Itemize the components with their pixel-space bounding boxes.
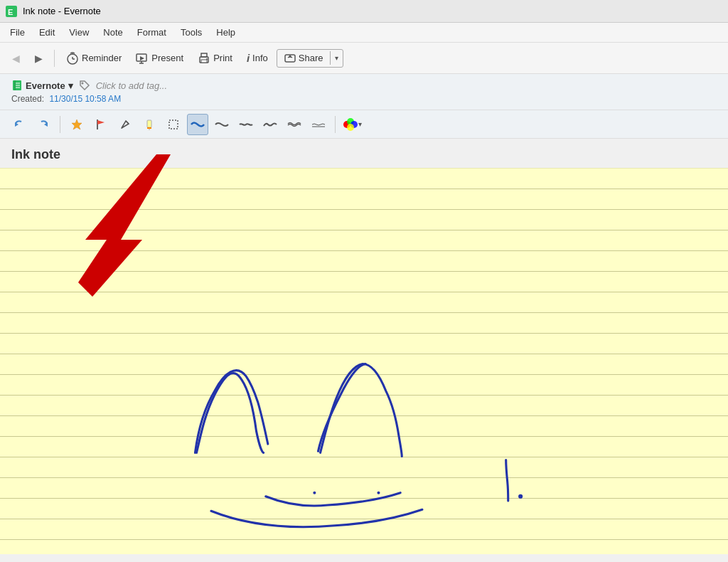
wave1-tool-button[interactable] [187,114,208,135]
highlighter-tool-button[interactable] [139,114,160,135]
svg-point-41 [377,492,380,494]
created-label: Created: [11,94,44,104]
reminder-icon [66,52,79,65]
menu-edit[interactable]: Edit [32,24,62,41]
menu-bar: File Edit View Note Format Tools Help [0,23,728,43]
highlighter-icon [143,118,156,131]
svg-point-36 [347,124,354,131]
nav-back-button[interactable]: ◀ [6,48,26,68]
redo-button[interactable] [33,114,54,135]
flag-icon [95,118,107,131]
svg-point-13 [206,58,208,60]
svg-rect-28 [147,120,151,127]
wave2-tool-button[interactable] [211,114,232,135]
share-dropdown-arrow[interactable]: ▾ [330,51,343,65]
title-bar: E Ink note - Evernote [0,0,728,23]
app-icon: E [6,6,17,17]
wave4-icon [262,120,278,129]
share-label: Share [299,53,323,63]
wave2-icon [214,120,230,129]
present-label: Present [151,53,183,63]
info-label: Info [252,53,268,63]
wave6-tool-button[interactable] [308,114,329,135]
share-icon [284,53,296,64]
present-icon [136,52,149,65]
svg-line-27 [126,121,129,124]
info-button[interactable]: i Info [241,49,274,67]
pen-tool-button[interactable] [114,114,136,135]
drawing-toolbar: ▾ [0,110,728,139]
color-picker-icon [343,118,358,131]
svg-marker-9 [140,56,144,60]
svg-point-40 [313,492,316,494]
notebook-name: Evernote [26,80,65,91]
reminder-button[interactable]: Reminder [60,49,127,68]
tag-placeholder[interactable]: Click to add tag... [96,80,167,91]
menu-format[interactable]: Format [130,24,173,41]
pen-icon [119,118,132,131]
menu-file[interactable]: File [3,24,32,41]
wave1-icon [190,120,205,129]
flag-tool-button[interactable] [90,114,112,135]
svg-marker-26 [97,120,105,124]
svg-rect-29 [147,127,151,129]
svg-rect-11 [201,53,207,57]
info-icon: i [247,52,250,64]
share-button[interactable]: Share ▾ [277,49,344,68]
wave3-icon [238,120,254,129]
share-button-main[interactable]: Share [277,50,331,67]
svg-point-39 [518,494,523,499]
print-icon [198,52,210,65]
svg-marker-24 [72,120,82,129]
print-label: Print [213,53,232,63]
wave6-icon [311,120,326,129]
wave5-tool-button[interactable] [284,114,305,135]
star-icon [70,118,83,131]
undo-button[interactable] [9,114,30,135]
present-button[interactable]: Present [130,49,189,68]
notebook-selector[interactable]: Evernote ▾ [11,80,73,91]
notebook-icon [11,80,23,91]
note-title: Ink note [0,139,728,169]
reminder-label: Reminder [82,53,122,63]
wave3-tool-button[interactable] [235,114,257,135]
print-button[interactable]: Print [192,49,238,68]
created-date: 11/30/15 10:58 AM [49,94,121,104]
drawing-separator-1 [60,116,60,133]
lined-paper[interactable] [0,169,728,554]
created-row: Created: 11/30/15 10:58 AM [11,94,717,104]
drawing-separator-2 [335,116,336,133]
title-text: Ink note - Evernote [23,6,101,16]
menu-note[interactable]: Note [96,24,129,41]
ink-drawing [0,169,728,554]
menu-help[interactable]: Help [209,24,242,41]
toolbar: ◀ ▶ Reminder Present Print i [0,43,728,74]
note-area: Ink note [0,139,728,554]
wave4-tool-button[interactable] [259,114,281,135]
note-header: Evernote ▾ Click to add tag... Created: … [0,74,728,110]
select-icon [167,118,180,131]
toolbar-separator-1 [54,50,55,67]
color-dropdown-arrow: ▾ [358,120,362,128]
svg-rect-12 [201,60,207,63]
notebook-dropdown-arrow: ▾ [68,80,73,91]
menu-view[interactable]: View [62,24,96,41]
svg-point-21 [81,83,83,85]
select-tool-button[interactable] [163,114,184,135]
svg-rect-31 [169,120,178,129]
tag-icon [79,80,90,91]
undo-icon [13,118,26,131]
color-picker-button[interactable]: ▾ [341,114,363,135]
svg-text:E: E [8,8,13,16]
redo-icon [37,118,50,131]
svg-point-15 [289,55,291,57]
notebook-row: Evernote ▾ Click to add tag... [11,80,717,91]
star-tool-button[interactable] [66,114,87,135]
nav-forward-button[interactable]: ▶ [28,48,48,68]
wave5-icon [287,120,302,129]
menu-tools[interactable]: Tools [173,24,209,41]
